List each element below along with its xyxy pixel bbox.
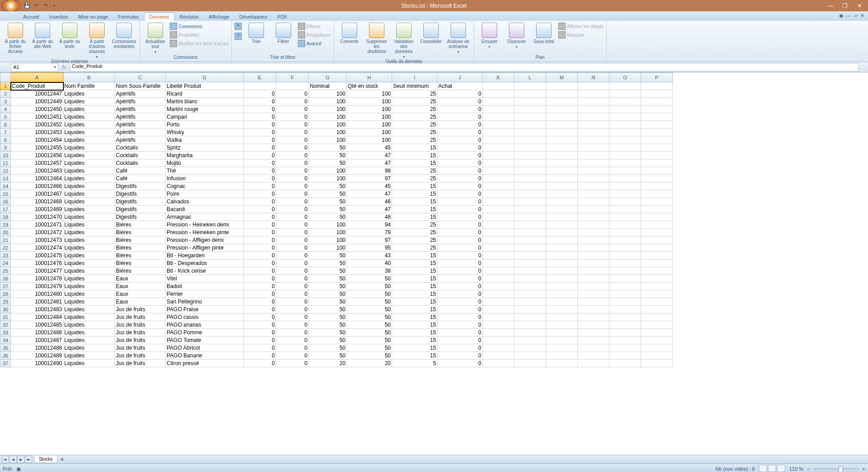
cell[interactable]: Jus de fruits <box>115 344 166 352</box>
cell[interactable]: Qté en stock <box>347 82 392 90</box>
cell[interactable]: 100012466 <box>11 183 63 190</box>
cell[interactable]: Liquides <box>63 152 115 159</box>
cell[interactable]: 0 <box>437 213 483 221</box>
col-header-C[interactable]: C <box>115 73 166 82</box>
cell[interactable]: 0 <box>244 352 276 360</box>
cell[interactable]: Citron pressé <box>166 360 244 367</box>
cell[interactable]: 25 <box>392 221 437 229</box>
cell[interactable]: 0 <box>437 198 483 206</box>
cell[interactable]: 0 <box>276 275 309 283</box>
cell[interactable] <box>641 159 673 167</box>
cell[interactable] <box>609 106 641 113</box>
cell[interactable]: Jus de fruits <box>115 352 166 360</box>
cell[interactable] <box>578 275 609 283</box>
cell[interactable] <box>546 306 578 313</box>
cell[interactable]: Poire <box>166 190 244 198</box>
cell[interactable]: PAGO ananas <box>166 321 244 329</box>
cell[interactable]: Liquides <box>63 159 115 167</box>
row-header[interactable]: 4 <box>0 106 11 113</box>
cell[interactable]: Jus de fruits <box>115 337 166 344</box>
cell[interactable]: 100012450 <box>11 106 63 113</box>
cell[interactable]: Porto <box>166 121 244 129</box>
cell[interactable] <box>641 329 673 337</box>
cell[interactable] <box>609 329 641 337</box>
cell[interactable] <box>609 198 641 206</box>
cell[interactable]: 0 <box>276 329 309 337</box>
cell[interactable]: 50 <box>309 306 347 313</box>
cell[interactable]: 15 <box>392 152 437 159</box>
cell[interactable]: Armagnac <box>166 213 244 221</box>
cell[interactable]: 0 <box>276 252 309 260</box>
cell[interactable] <box>578 175 609 183</box>
cell[interactable]: 100012488 <box>11 344 63 352</box>
cell[interactable] <box>641 152 673 159</box>
cell[interactable] <box>578 252 609 260</box>
cell[interactable] <box>609 175 641 183</box>
cell[interactable] <box>578 352 609 360</box>
cell[interactable]: 15 <box>392 159 437 167</box>
cell[interactable] <box>514 190 546 198</box>
from-other-button[interactable]: À partir d'autres sources▾ <box>84 23 110 59</box>
cell[interactable]: Seuil minimum <box>392 82 437 90</box>
cell[interactable] <box>641 98 673 106</box>
cell[interactable] <box>546 206 578 213</box>
cell[interactable]: 50 <box>309 344 347 352</box>
cell[interactable]: Jus de fruits <box>115 360 166 367</box>
cell[interactable]: 0 <box>276 198 309 206</box>
macro-record-icon[interactable]: ▣ <box>16 466 21 472</box>
cell[interactable]: Cognac <box>166 183 244 190</box>
cell[interactable]: 0 <box>244 206 276 213</box>
cell[interactable]: 100 <box>309 244 347 252</box>
col-header-B[interactable]: B <box>63 73 115 82</box>
cell[interactable] <box>514 321 546 329</box>
cell[interactable] <box>546 144 578 152</box>
cell[interactable] <box>546 198 578 206</box>
cell[interactable] <box>609 244 641 252</box>
cell[interactable] <box>514 113 546 121</box>
cell[interactable] <box>609 360 641 367</box>
cell[interactable] <box>546 221 578 229</box>
cell[interactable]: 0 <box>244 298 276 306</box>
cell[interactable]: Liquides <box>63 344 115 352</box>
cell[interactable] <box>641 90 673 98</box>
cell[interactable] <box>483 298 514 306</box>
cell[interactable]: 0 <box>244 344 276 352</box>
cell[interactable]: 15 <box>392 144 437 152</box>
cell[interactable]: Bacardi <box>166 206 244 213</box>
cell[interactable]: 0 <box>437 221 483 229</box>
cell[interactable]: 0 <box>276 136 309 144</box>
cell[interactable] <box>609 344 641 352</box>
cell[interactable] <box>578 167 609 175</box>
cell[interactable]: 0 <box>437 352 483 360</box>
cell[interactable] <box>609 121 641 129</box>
cell[interactable]: Mojito <box>166 159 244 167</box>
cell[interactable]: Liquides <box>63 229 115 236</box>
cell[interactable]: 50 <box>309 183 347 190</box>
cell[interactable] <box>641 306 673 313</box>
cell[interactable]: Liquides <box>63 290 115 298</box>
cell[interactable] <box>483 82 514 90</box>
cell[interactable]: Liquides <box>63 267 115 275</box>
cell[interactable]: 0 <box>244 313 276 321</box>
cell[interactable]: 0 <box>244 159 276 167</box>
cell[interactable] <box>609 159 641 167</box>
row-header[interactable]: 37 <box>0 360 11 367</box>
cell[interactable]: 100 <box>347 121 392 129</box>
cell[interactable]: 43 <box>347 252 392 260</box>
cell[interactable]: 0 <box>276 337 309 344</box>
cell[interactable] <box>483 329 514 337</box>
cell[interactable] <box>546 329 578 337</box>
first-sheet-button[interactable]: ⏮ <box>2 456 9 463</box>
cell[interactable]: Spritz <box>166 144 244 152</box>
cell[interactable]: 0 <box>244 306 276 313</box>
cell[interactable] <box>483 290 514 298</box>
row-header[interactable]: 33 <box>0 329 11 337</box>
cell[interactable] <box>578 321 609 329</box>
cell[interactable]: 100012475 <box>11 252 63 260</box>
cell[interactable]: PAGO Banane <box>166 352 244 360</box>
cell[interactable]: Infusion <box>166 175 244 183</box>
cell[interactable] <box>483 121 514 129</box>
cell[interactable]: Liquides <box>63 121 115 129</box>
cell[interactable]: 100012449 <box>11 98 63 106</box>
cell[interactable]: Bières <box>115 252 166 260</box>
